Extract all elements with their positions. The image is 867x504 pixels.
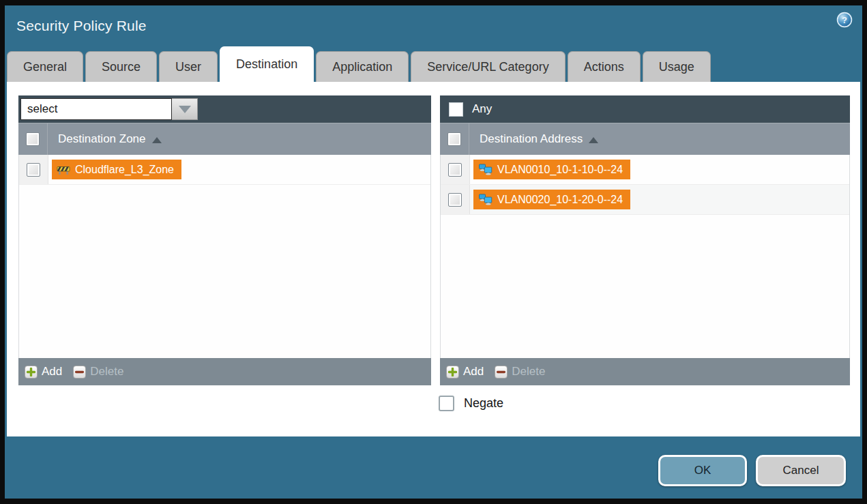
tab-strip: General Source User Destination Applicat… xyxy=(5,46,862,82)
address-row-checkbox[interactable] xyxy=(448,193,462,207)
address-chip[interactable]: VLAN0010_10-1-10-0--24 xyxy=(473,160,630,179)
zone-list: Cloudflare_L3_Zone xyxy=(18,155,431,358)
plus-icon xyxy=(446,366,459,379)
any-checkbox[interactable] xyxy=(449,102,463,117)
svg-text:?: ? xyxy=(842,15,847,25)
sort-ascending-icon xyxy=(152,137,162,143)
minus-icon xyxy=(73,366,86,379)
address-row-checkbox[interactable] xyxy=(448,163,462,177)
zone-icon xyxy=(57,164,70,175)
plus-icon xyxy=(25,366,38,379)
tab-service-url-category[interactable]: Service/URL Category xyxy=(411,51,565,82)
zone-row[interactable]: Cloudflare_L3_Zone xyxy=(19,155,430,185)
dialog-title: Security Policy Rule xyxy=(16,18,147,34)
zone-column-title[interactable]: Destination Zone xyxy=(48,123,162,155)
destination-zone-panel: Destination Zone xyxy=(18,95,431,385)
help-icon[interactable]: ? xyxy=(836,12,853,28)
destination-address-panel: Any Destination Address xyxy=(440,95,850,385)
chevron-down-icon xyxy=(179,106,191,113)
address-delete-button[interactable]: Delete xyxy=(495,365,545,379)
zone-add-button[interactable]: Add xyxy=(25,365,62,379)
tab-general[interactable]: General xyxy=(7,51,83,82)
sort-ascending-icon xyxy=(589,137,598,143)
zone-column-header: Destination Zone xyxy=(18,123,431,155)
address-column-header: Destination Address xyxy=(440,123,850,155)
address-row[interactable]: VLAN0010_10-1-10-0--24 xyxy=(441,155,849,185)
destination-tab-content: Destination Zone xyxy=(7,82,860,436)
address-select-all-checkbox[interactable] xyxy=(447,132,461,146)
address-column-title[interactable]: Destination Address xyxy=(469,123,598,155)
any-label: Any xyxy=(472,102,492,116)
address-icon xyxy=(478,194,493,205)
dialog-footer: OK Cancel xyxy=(5,436,862,499)
tab-user[interactable]: User xyxy=(159,51,218,82)
tab-application[interactable]: Application xyxy=(316,51,409,82)
zone-select-all-checkbox[interactable] xyxy=(26,132,40,146)
tab-destination[interactable]: Destination xyxy=(220,46,314,82)
address-chip[interactable]: VLAN0020_10-1-20-0--24 xyxy=(473,190,630,209)
ok-button[interactable]: OK xyxy=(658,455,747,486)
tab-source[interactable]: Source xyxy=(85,51,157,82)
address-list: VLAN0010_10-1-10-0--24 xyxy=(440,155,850,358)
negate-checkbox[interactable] xyxy=(439,396,454,411)
zone-delete-button[interactable]: Delete xyxy=(73,365,123,379)
address-panel-toolbar: Add Delete xyxy=(440,358,850,385)
address-icon xyxy=(478,164,493,175)
zone-select-input[interactable] xyxy=(20,98,172,120)
zone-filter-bar xyxy=(18,95,431,123)
address-any-bar: Any xyxy=(440,95,850,123)
cancel-button[interactable]: Cancel xyxy=(756,455,846,486)
tab-usage[interactable]: Usage xyxy=(643,51,711,82)
zone-select-dropdown-button[interactable] xyxy=(172,98,198,120)
address-row[interactable]: VLAN0020_10-1-20-0--24 xyxy=(441,185,849,215)
negate-option: Negate xyxy=(439,396,503,411)
dialog-titlebar: Security Policy Rule ? xyxy=(5,5,862,46)
minus-icon xyxy=(495,366,508,379)
address-add-button[interactable]: Add xyxy=(446,365,484,379)
tab-actions[interactable]: Actions xyxy=(568,51,641,82)
security-policy-rule-dialog: Security Policy Rule ? General Source Us… xyxy=(5,5,862,499)
zone-chip[interactable]: Cloudflare_L3_Zone xyxy=(52,160,181,179)
negate-label: Negate xyxy=(464,396,503,411)
zone-row-checkbox[interactable] xyxy=(27,163,40,177)
zone-panel-toolbar: Add Delete xyxy=(18,358,431,385)
